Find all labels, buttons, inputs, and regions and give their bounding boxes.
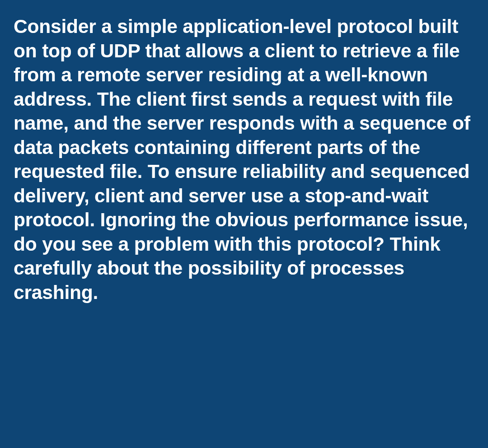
question-text: Consider a simple application-level prot… [14, 14, 474, 305]
